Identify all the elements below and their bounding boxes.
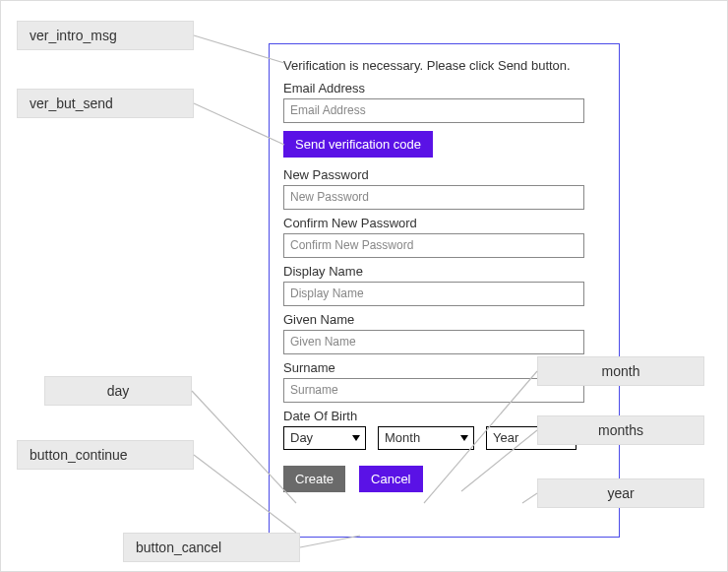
- email-input[interactable]: [283, 98, 584, 123]
- display-name-input[interactable]: [283, 282, 584, 306]
- signup-form-panel: Verification is necessary. Please click …: [269, 43, 620, 538]
- cancel-button[interactable]: Cancel: [359, 466, 422, 492]
- confirm-password-field-group: Confirm New Password: [283, 216, 605, 258]
- day-select-wrap: Day: [283, 426, 366, 450]
- callout-year: year: [537, 478, 704, 508]
- callout-month: month: [537, 356, 704, 386]
- month-select-wrap: Month: [378, 426, 474, 450]
- new-password-input[interactable]: [283, 185, 584, 210]
- given-name-input[interactable]: [283, 330, 584, 354]
- confirm-password-label: Confirm New Password: [283, 216, 605, 230]
- callout-ver-but-send: ver_but_send: [17, 89, 194, 118]
- create-button[interactable]: Create: [283, 466, 345, 492]
- display-name-label: Display Name: [283, 264, 605, 279]
- given-name-field-group: Given Name: [283, 312, 605, 354]
- send-verification-button[interactable]: Send verification code: [283, 131, 433, 158]
- callout-button-continue: button_continue: [17, 440, 194, 470]
- email-field-group: Email Address: [283, 81, 605, 123]
- new-password-field-group: New Password: [283, 167, 605, 210]
- diagram-canvas: Verification is necessary. Please click …: [0, 0, 728, 572]
- new-password-label: New Password: [283, 167, 605, 182]
- day-select[interactable]: Day: [283, 426, 366, 450]
- callout-button-cancel: button_cancel: [123, 533, 300, 562]
- confirm-password-input[interactable]: [283, 233, 584, 258]
- callout-months: months: [537, 415, 704, 445]
- callout-ver-intro-msg: ver_intro_msg: [17, 21, 194, 50]
- month-select[interactable]: Month: [378, 426, 474, 450]
- given-name-label: Given Name: [283, 312, 605, 327]
- verification-intro-msg: Verification is necessary. Please click …: [283, 58, 605, 75]
- email-label: Email Address: [283, 81, 605, 95]
- display-name-field-group: Display Name: [283, 264, 605, 306]
- callout-day: day: [44, 376, 192, 406]
